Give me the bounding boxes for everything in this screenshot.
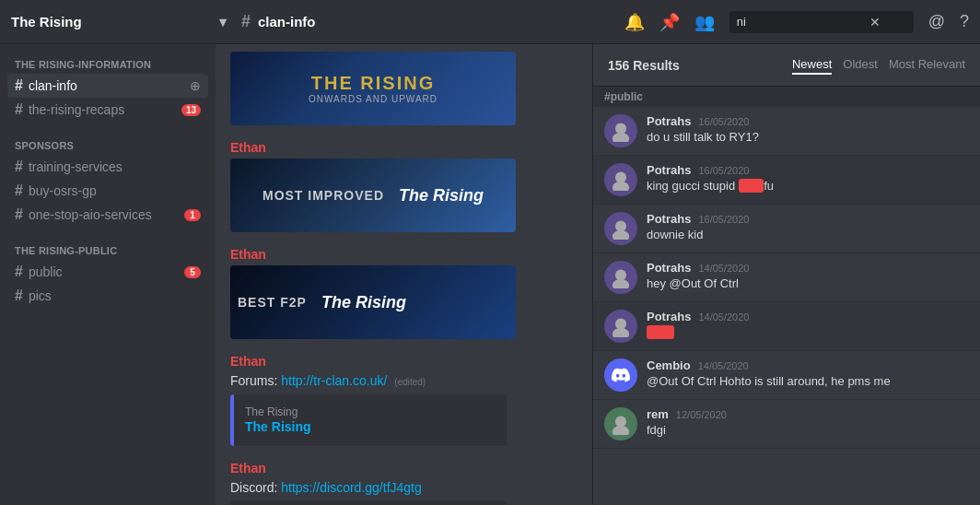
server-name-text: The Rising: [11, 14, 82, 29]
forums-link[interactable]: http://tr-clan.co.uk/: [281, 373, 387, 388]
search-input[interactable]: [737, 15, 866, 29]
banner-most-improved-content: MOST IMPROVED The Rising: [230, 159, 516, 232]
search-filters: Newest Oldest Most Relevant: [792, 55, 965, 75]
message-group-2: Ethan MOST IMPROVED The Rising: [230, 140, 578, 232]
embed-title-link[interactable]: The Rising: [245, 419, 311, 434]
sidebar-section-title-rising-info: THE RISING-INFORMATION: [7, 59, 208, 70]
banner-best-f2p-right: The Rising: [321, 293, 406, 312]
result-content-5: Potrahs 14/05/2020 n'****: [647, 310, 969, 343]
result-text-3: downie kid: [647, 228, 969, 241]
result-item-5[interactable]: Potrahs 14/05/2020 n'****: [593, 302, 980, 351]
result-item-3[interactable]: Potrahs 16/05/2020 downie kid: [593, 205, 980, 253]
results-list: Potrahs 16/05/2020 do u still talk to RY…: [593, 107, 980, 505]
result-header-2: Potrahs 16/05/2020: [647, 163, 969, 177]
discord-invite-link[interactable]: https://discord.gg/tfJ4gtg: [281, 480, 422, 495]
message-author-4: Ethan: [230, 354, 578, 369]
avatar-potrahs-2: [604, 163, 637, 196]
avatar-potrahs-1: [604, 114, 637, 147]
svg-point-9: [612, 328, 629, 337]
chat-area: THE RISING ONWARDS AND UPWARD Ethan MOST…: [216, 44, 593, 505]
result-date-1: 16/05/2020: [698, 116, 749, 127]
message-author-5: Ethan: [230, 461, 578, 476]
message-group-1: THE RISING ONWARDS AND UPWARD: [230, 52, 578, 125]
at-icon[interactable]: @: [928, 12, 945, 31]
result-item-7[interactable]: rem 12/05/2020 fdgi: [593, 400, 980, 449]
sidebar-item-recaps[interactable]: # the-rising-recaps 13: [7, 98, 208, 122]
result-date-5: 14/05/2020: [698, 311, 749, 323]
result-date-3: 16/05/2020: [698, 214, 749, 225]
sidebar-item-public[interactable]: # public 5: [7, 260, 208, 284]
search-channel-tag: #public: [593, 87, 980, 107]
banner-most-improved-right: The Rising: [399, 186, 484, 206]
members-icon[interactable]: 👥: [694, 12, 715, 32]
embed-provider: The Rising: [245, 405, 496, 418]
hash-icon: #: [15, 206, 23, 223]
sidebar-item-pics[interactable]: # pics: [7, 284, 208, 308]
search-bar[interactable]: ✕: [729, 11, 914, 33]
search-clear-icon[interactable]: ✕: [869, 15, 881, 29]
main-content: THE RISING-INFORMATION # clan-info ⊕ # t…: [0, 44, 980, 505]
hash-icon: #: [15, 288, 23, 304]
discord-invite-card: YOU'VE BEEN INVITED TO JOIN A SERVER TR …: [230, 500, 507, 505]
message-text-discord: Discord: https://discord.gg/tfJ4gtg: [230, 479, 578, 498]
result-item-6[interactable]: Cembio 14/05/2020 @Out Of Ctrl Hohto is …: [593, 351, 980, 400]
result-content-3: Potrahs 16/05/2020 downie kid: [647, 212, 969, 245]
channel-label: clan-info: [29, 78, 77, 93]
result-content-7: rem 12/05/2020 fdgi: [647, 407, 969, 440]
server-name[interactable]: The Rising ▾: [11, 14, 227, 30]
hash-icon: #: [15, 264, 23, 280]
channel-hash-icon: #: [241, 12, 251, 31]
result-header-7: rem 12/05/2020: [647, 407, 969, 421]
redacted-text: n****: [739, 179, 764, 193]
edited-label: (edited): [394, 377, 426, 387]
avatar-potrahs-4: [604, 261, 637, 294]
svg-point-5: [612, 230, 629, 240]
message-group-4: Ethan Forums: http://tr-clan.co.uk/ (edi…: [230, 354, 578, 446]
search-results-panel: 156 Results Newest Oldest Most Relevant …: [593, 44, 980, 505]
result-date-6: 14/05/2020: [698, 360, 749, 371]
result-header-3: Potrahs 16/05/2020: [647, 212, 969, 226]
avatar-cembio: [604, 358, 637, 392]
search-results-header: 156 Results Newest Oldest Most Relevant: [593, 44, 980, 87]
banner-rising-subtitle: ONWARDS AND UPWARD: [309, 94, 438, 104]
bell-icon[interactable]: 🔔: [624, 12, 645, 32]
sidebar-section-public: THE RISING-PUBLIC # public 5 # pics: [0, 230, 216, 311]
sidebar-item-buy-osrs-gp[interactable]: # buy-osrs-gp: [7, 179, 208, 203]
result-username-7: rem: [647, 407, 669, 421]
sidebar-section-title-sponsors: SPONSORS: [7, 140, 208, 151]
result-item-4[interactable]: Potrahs 14/05/2020 hey @Out Of Ctrl: [593, 253, 980, 302]
channel-label: public: [29, 264, 63, 279]
banner-rising-title: THE RISING: [311, 73, 435, 94]
sidebar-item-clan-info[interactable]: # clan-info ⊕: [7, 74, 208, 98]
filter-most-relevant[interactable]: Most Relevant: [889, 55, 965, 75]
result-header-4: Potrahs 14/05/2020: [647, 261, 969, 275]
result-header-6: Cembio 14/05/2020: [647, 358, 969, 372]
channel-header: # clan-info: [227, 12, 624, 31]
pin-icon[interactable]: 📌: [659, 12, 680, 32]
filter-newest[interactable]: Newest: [792, 55, 832, 75]
channel-name-title: clan-info: [258, 14, 316, 29]
sidebar-item-one-stop[interactable]: # one-stop-aio-services 1: [7, 203, 208, 227]
help-icon[interactable]: ?: [960, 12, 969, 31]
sidebar-item-training-services[interactable]: # training-services: [7, 155, 208, 179]
channel-label: training-services: [29, 159, 122, 174]
add-channel-icon[interactable]: ⊕: [190, 78, 201, 93]
result-content-4: Potrahs 14/05/2020 hey @Out Of Ctrl: [647, 261, 969, 294]
result-text-6: @Out Of Ctrl Hohto is still around, he p…: [647, 374, 969, 388]
sidebar: THE RISING-INFORMATION # clan-info ⊕ # t…: [0, 44, 216, 505]
result-text-5: n'****: [647, 325, 969, 339]
filter-oldest[interactable]: Oldest: [843, 55, 878, 75]
result-item-1[interactable]: Potrahs 16/05/2020 do u still talk to RY…: [593, 107, 980, 156]
header-icons: 🔔 📌 👥 ✕ @ ?: [624, 11, 969, 33]
banner-best-f2p-content: BEST F2P The Rising: [230, 265, 516, 339]
result-username-5: Potrahs: [647, 310, 691, 323]
banner-best-f2p-left: BEST F2P: [238, 295, 307, 310]
result-header-5: Potrahs 14/05/2020: [647, 310, 969, 323]
banner-best-f2p-img: BEST F2P The Rising: [230, 265, 516, 339]
result-item-2[interactable]: Potrahs 16/05/2020 king gucci stupid n**…: [593, 156, 980, 205]
avatar-rem: [604, 407, 637, 440]
banner-rising-content: THE RISING ONWARDS AND UPWARD: [230, 52, 516, 125]
hash-icon: #: [15, 101, 23, 118]
messages-container: THE RISING ONWARDS AND UPWARD Ethan MOST…: [216, 44, 592, 505]
banner-rising-img: THE RISING ONWARDS AND UPWARD: [230, 52, 516, 125]
